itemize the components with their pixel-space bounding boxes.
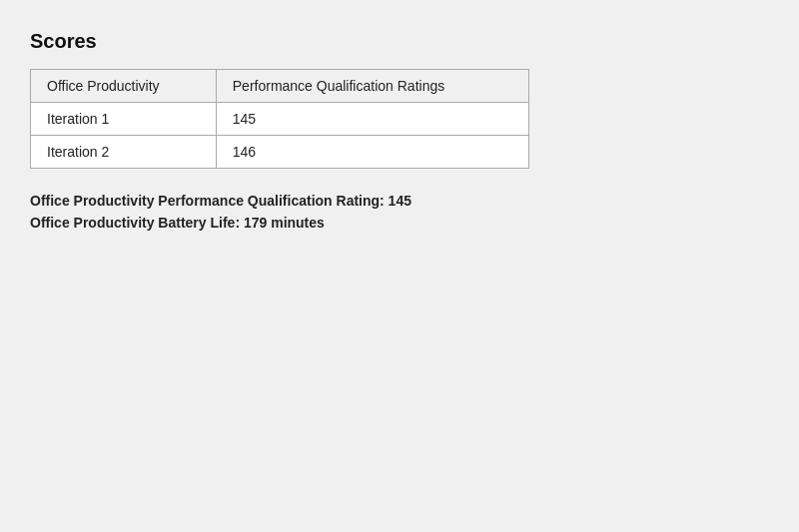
page-title: Scores [30,30,769,53]
table-cell-label-1: Iteration 2 [31,136,217,169]
scores-table: Office Productivity Performance Qualific… [30,69,529,169]
table-cell-value-0: 145 [216,103,528,136]
page-container: Scores Office Productivity Performance Q… [20,20,779,247]
table-row: Iteration 1145 [31,103,529,136]
summary-line1: Office Productivity Performance Qualific… [30,193,769,209]
table-row: Iteration 2146 [31,136,529,169]
col1-header: Office Productivity [31,70,217,103]
table-cell-label-0: Iteration 1 [31,103,217,136]
col2-header: Performance Qualification Ratings [216,70,528,103]
summary-line2: Office Productivity Battery Life: 179 mi… [30,215,769,231]
table-header-row: Office Productivity Performance Qualific… [31,70,529,103]
table-cell-value-1: 146 [216,136,528,169]
